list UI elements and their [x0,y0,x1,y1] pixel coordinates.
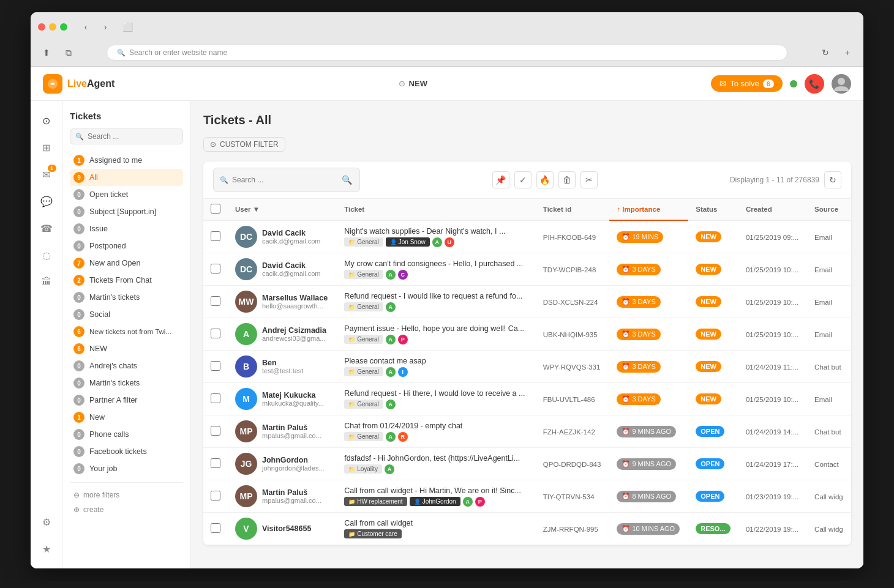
sidebar-item-open[interactable]: 0 Open ticket [70,186,183,203]
traffic-lights [38,23,67,31]
sidebar-item-partner[interactable]: 0 Partner A filter [70,392,183,409]
table-row[interactable]: JG JohnGordon johngordon@lades... fdsfad… [203,448,851,480]
sidebar-item-postponed[interactable]: 0 Postponed [70,237,183,255]
sidebar-item-subject[interactable]: 0 Subject [Support.in] [70,203,183,220]
sidebar-item-andrejs-chats[interactable]: 0 Andrej's chats [70,357,183,374]
close-button[interactable] [38,23,45,31]
address-bar[interactable]: 🔍 Search or enter website name [107,45,787,61]
agent-dot: I [398,367,408,377]
table-row[interactable]: B Ben test@test.test Please contact me a… [203,351,851,383]
status-badge: OPEN [696,491,724,502]
search-button[interactable]: 🔍 [340,171,353,188]
new-tab-button[interactable]: + [839,44,856,61]
more-button[interactable]: ✂ [580,171,598,188]
table-row[interactable]: M Matej Kukucka mkukucka@quality... Refu… [203,383,851,415]
sidebar-item-issue[interactable]: 0 Issue [70,220,183,237]
sidebar-item-martins[interactable]: 0 Martin's tickets [70,289,183,306]
sidebar-item-label: Partner A filter [89,396,138,404]
create-filter-link[interactable]: ⊕ create [70,502,183,517]
created-text: 01/24/2019 14:... [746,428,798,436]
tag: 📁 General [344,237,383,247]
delete-button[interactable]: 🗑 [558,171,576,188]
minimize-button[interactable] [49,23,56,31]
user-name: Martin Paluš [262,423,321,432]
to-solve-label: To solve [730,79,759,88]
table-row[interactable]: V Visitor548655 Call from call widget 📁 … [203,513,851,545]
table-row[interactable]: DC David Cacik cacik.d@gmail.com My crow… [203,253,851,286]
sidebar-search[interactable]: 🔍 [70,128,183,144]
table-row[interactable]: MP Martin Paluš mpalus@gmail.co... Chat … [203,415,851,448]
nav-item-building[interactable]: 🏛 [34,270,59,294]
pin-button[interactable]: 📌 [492,171,509,188]
table-row[interactable]: MW Marsellus Wallace hello@saasgrowth...… [203,286,851,318]
col-user[interactable]: User ▼ [228,199,337,220]
sidebar-item-new[interactable]: 6 NEW [70,340,183,357]
sidebar-item-assigned[interactable]: 1 Assigned to me [70,152,183,169]
duplicate-button[interactable]: ⧉ [60,44,77,61]
table-row[interactable]: A Andrej Csizmadia andrewcsi03@gma... Pa… [203,318,851,351]
custom-filter-button[interactable]: ⊙ CUSTOM FILTER [203,137,285,152]
row-checkbox[interactable] [211,426,220,436]
create-label: create [83,505,103,514]
sidebar-item-all[interactable]: 9 All [70,169,183,186]
user-avatar[interactable] [832,74,851,94]
more-filters-link[interactable]: ⊖ more filters [70,488,183,502]
row-checkbox[interactable] [211,231,220,241]
nav-item-email[interactable]: ✉ 1 [34,162,59,187]
status-badge: NEW [696,393,721,404]
sidebar-item-tickets-chat[interactable]: 2 Tickets From Chat [70,272,183,289]
row-checkbox[interactable] [211,361,220,371]
tickets-tbody: DC David Cacik cacik.d@gmail.com Night's… [203,220,851,545]
nav-new-label: NEW [409,79,427,88]
col-status: Status [688,199,738,220]
fire-button[interactable]: 🔥 [536,171,554,188]
forward-button[interactable]: › [97,18,114,35]
select-all-checkbox[interactable] [211,204,220,214]
nav-right: ✉ To solve 6 📞 [711,74,851,94]
sidebar-item-new2[interactable]: 1 New [70,409,183,426]
sidebar-item-your-job[interactable]: 0 Your job [70,460,183,477]
nav-item-reports[interactable]: ◌ [34,243,59,267]
logo-icon [43,74,62,94]
tickets-search[interactable]: 🔍 🔍 [213,168,360,192]
sidebar-item-facebook[interactable]: 0 Facebook tickets [70,443,183,460]
importance-badge: ⏰ 3 DAYS [617,393,660,405]
refresh-button[interactable]: ↻ [817,44,834,61]
back-button[interactable]: ‹ [77,18,94,35]
row-checkbox[interactable] [211,329,220,338]
nav-item-phone[interactable]: ☎ [34,216,59,240]
sidebar-search-input[interactable] [88,132,178,141]
row-checkbox[interactable] [211,264,220,274]
reader-view-button[interactable]: ⬜ [119,18,136,35]
row-checkbox[interactable] [211,523,220,533]
row-checkbox[interactable] [211,393,220,403]
importance-badge: ⏰ 3 DAYS [617,296,660,308]
nav-item-dashboard[interactable]: ⊙ [34,108,59,133]
tickets-search-input[interactable] [232,176,336,184]
nav-item-star[interactable]: ★ [34,537,59,561]
created-text: 01/22/2019 19:... [746,526,798,533]
col-importance[interactable]: ↑ Importance [609,199,688,220]
sidebar-item-new-open[interactable]: 7 New and Open [70,255,183,272]
nav-item-settings[interactable]: ⚙ [34,510,59,534]
call-button[interactable]: 📞 [805,74,824,94]
maximize-button[interactable] [60,23,67,31]
sidebar-item-label: Your job [89,464,117,473]
ticket-id: PIH-FKOOB-649 [543,234,596,241]
sidebar-item-social[interactable]: 0 Social [70,306,183,323]
sidebar-item-martins2[interactable]: 0 Martin's tickets [70,374,183,392]
table-row[interactable]: DC David Cacik cacik.d@gmail.com Night's… [203,220,851,253]
refresh-tickets-button[interactable]: ↻ [824,171,841,188]
status-badge: OPEN [696,426,724,437]
row-checkbox[interactable] [211,491,220,501]
row-checkbox[interactable] [211,458,220,468]
sidebar-item-phone-calls[interactable]: 0 Phone calls [70,426,183,443]
to-solve-button[interactable]: ✉ To solve 6 [711,75,783,92]
table-row[interactable]: MP Martin Paluš mpalus@gmail.co... Call … [203,480,851,513]
sidebar-item-new-not-twi[interactable]: 6 New tickets not from Twi... [70,323,183,340]
nav-item-grid[interactable]: ⊞ [34,135,59,160]
row-checkbox[interactable] [211,296,220,306]
share-button[interactable]: ⬆ [38,44,55,61]
check-button[interactable]: ✓ [514,171,532,188]
nav-item-chat[interactable]: 💬 [34,189,59,214]
